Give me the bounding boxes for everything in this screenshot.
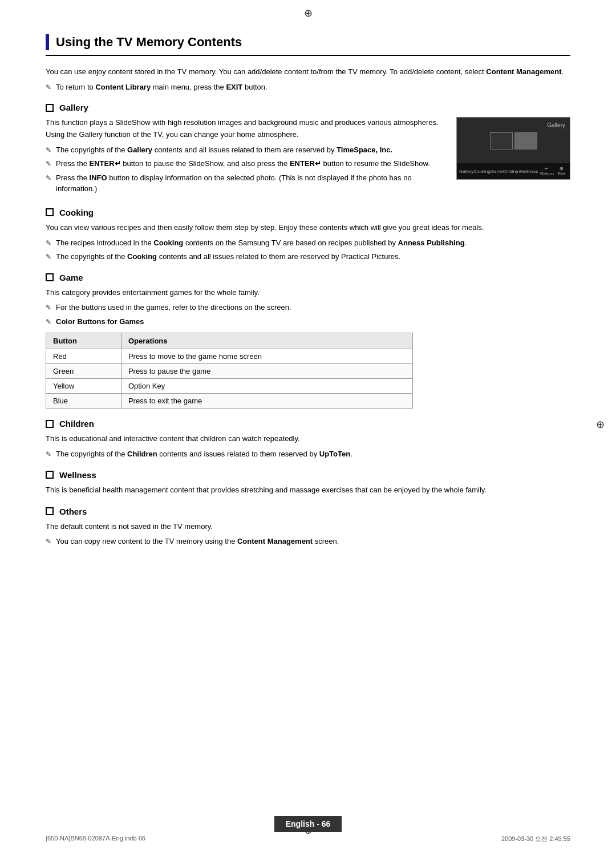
others-title: Others: [59, 507, 87, 516]
table-header-button: Button: [46, 333, 121, 349]
children-header: Children: [46, 419, 570, 428]
note-icon-3: ✎: [46, 173, 51, 183]
others-checkbox: [46, 507, 54, 515]
nav-gallery: Gallery: [459, 169, 473, 174]
table-row: Green Press to pause the game: [46, 364, 413, 379]
others-section: Others The default content is not saved …: [46, 507, 570, 547]
footer-bottom: [650-NA]BN68-02097A-Eng.indb 66 2009-03-…: [46, 835, 570, 843]
gallery-image: Gallery Gallery Cooking Game Children We…: [456, 117, 570, 180]
cooking-note-1: ✎ The recipes introduced in the Cooking …: [46, 237, 570, 249]
nav-children: Children: [503, 169, 520, 174]
gallery-image-label: Gallery: [547, 122, 565, 128]
title-bar-accent: [46, 34, 49, 50]
gallery-content: This function plays a SlideShow with hig…: [46, 117, 570, 197]
children-section: Children This is educational and interac…: [46, 419, 570, 459]
gallery-nav-bar: Gallery Cooking Game Children Wellness ↩…: [457, 163, 570, 179]
table-row: Red Press to move to the game home scree…: [46, 349, 413, 364]
game-body: This category provides entertainment gam…: [46, 287, 570, 299]
nav-game: Game: [491, 169, 503, 174]
button-green: Green: [46, 364, 121, 379]
table-row: Yellow Option Key: [46, 379, 413, 394]
children-title: Children: [59, 419, 94, 428]
note-icon-c1: ✎: [46, 238, 51, 248]
others-header: Others: [46, 507, 570, 516]
intro-note: ✎ To return to Content Library main menu…: [46, 82, 570, 93]
game-checkbox: [46, 273, 54, 281]
nav-return: ↩ Return: [538, 166, 556, 176]
note-icon-c2: ✎: [46, 252, 51, 262]
top-crosshair-icon: ⊕: [304, 7, 313, 19]
wellness-header: Wellness: [46, 470, 570, 480]
wellness-section: Wellness This is beneficial health manag…: [46, 470, 570, 496]
gallery-checkbox: [46, 104, 54, 112]
button-red: Red: [46, 349, 121, 364]
op-red: Press to move to the game home screen: [121, 349, 412, 364]
cooking-note-2-text: The copyrights of the Cooking contents a…: [56, 251, 400, 262]
nav-exit: ⊞ Exit: [556, 166, 568, 176]
others-note-1: ✎ You can copy new content to the TV mem…: [46, 536, 570, 547]
button-blue: Blue: [46, 394, 121, 409]
page: ⊕ ⊕ ⊕ Using the TV Memory Contents You c…: [0, 0, 616, 849]
cooking-note-1-text: The recipes introduced in the Cooking co…: [56, 237, 467, 249]
note-icon-ch1: ✎: [46, 449, 51, 459]
gallery-body: This function plays a SlideShow with hig…: [46, 117, 445, 141]
op-blue: Press to exit the game: [121, 394, 412, 409]
note-icon-g2: ✎: [46, 317, 51, 327]
color-buttons-label: Color Buttons for Games: [56, 316, 144, 328]
table-row: Blue Press to exit the game: [46, 394, 413, 409]
game-note-1-text: For the buttons used in the games, refer…: [56, 302, 291, 313]
cooking-checkbox: [46, 208, 54, 216]
button-yellow: Yellow: [46, 379, 121, 394]
children-body: This is educational and interactive cont…: [46, 433, 570, 445]
note-icon: ✎: [46, 82, 51, 92]
footer-label: English - 66: [274, 816, 342, 832]
wellness-title: Wellness: [59, 470, 96, 480]
note-icon-o1: ✎: [46, 536, 51, 547]
thumb-2: [514, 132, 537, 149]
game-section: Game This category provides entertainmen…: [46, 273, 570, 409]
others-note-1-text: You can copy new content to the TV memor…: [56, 536, 339, 547]
intro-section: You can use enjoy content stored in the …: [46, 66, 570, 92]
gallery-note-1-text: The copyrights of the Gallery contents a…: [56, 144, 392, 156]
wellness-checkbox: [46, 471, 54, 479]
cooking-section: Cooking You can view various recipes and…: [46, 208, 570, 262]
gallery-text: This function plays a SlideShow with hig…: [46, 117, 445, 197]
children-note-1-text: The copyrights of the Children contents …: [56, 448, 352, 460]
cooking-note-2: ✎ The copyrights of the Cooking contents…: [46, 251, 570, 262]
gallery-title: Gallery: [59, 103, 88, 112]
right-crosshair-icon: ⊕: [596, 418, 605, 431]
footer-left-note: [650-NA]BN68-02097A-Eng.indb 66: [46, 835, 145, 843]
intro-note-text: To return to Content Library main menu, …: [56, 82, 268, 93]
gallery-note-2: ✎ Press the ENTER↵ button to pause the S…: [46, 158, 445, 169]
note-icon-g1: ✎: [46, 302, 51, 313]
footer-right-note: 2009-03-30 오전 2:49:55: [501, 835, 570, 843]
note-icon-2: ✎: [46, 159, 51, 169]
cooking-body: You can view various recipes and then ea…: [46, 222, 570, 234]
cooking-header: Cooking: [46, 208, 570, 217]
op-yellow: Option Key: [121, 379, 412, 394]
note-icon-1: ✎: [46, 145, 51, 155]
table-header-operations: Operations: [121, 333, 412, 349]
cooking-title: Cooking: [59, 208, 94, 217]
color-buttons-table: Button Operations Red Press to move to t…: [46, 333, 413, 409]
gallery-section: Gallery This function plays a SlideShow …: [46, 103, 570, 197]
game-header: Game: [46, 273, 570, 282]
others-body: The default content is not saved in the …: [46, 521, 570, 533]
page-title: Using the TV Memory Contents: [56, 35, 242, 50]
gallery-note-3-text: Press the INFO button to display informa…: [56, 172, 445, 195]
intro-text: You can use enjoy content stored in the …: [46, 66, 570, 78]
children-note-1: ✎ The copyrights of the Children content…: [46, 448, 570, 460]
nav-wellness: Wellness: [520, 169, 538, 174]
page-title-section: Using the TV Memory Contents: [46, 34, 570, 56]
thumb-1: [490, 132, 513, 149]
color-buttons-label-line: ✎ Color Buttons for Games: [46, 316, 570, 328]
gallery-header: Gallery: [46, 103, 570, 112]
nav-cooking: Cooking: [473, 169, 490, 174]
wellness-body: This is beneficial health management con…: [46, 484, 570, 496]
game-note-1: ✎ For the buttons used in the games, ref…: [46, 302, 570, 313]
gallery-note-3: ✎ Press the INFO button to display infor…: [46, 172, 445, 195]
op-green: Press to pause the game: [121, 364, 412, 379]
gallery-note-1: ✎ The copyrights of the Gallery contents…: [46, 144, 445, 156]
gallery-note-2-text: Press the ENTER↵ button to pause the Sli…: [56, 158, 430, 169]
children-checkbox: [46, 420, 54, 428]
